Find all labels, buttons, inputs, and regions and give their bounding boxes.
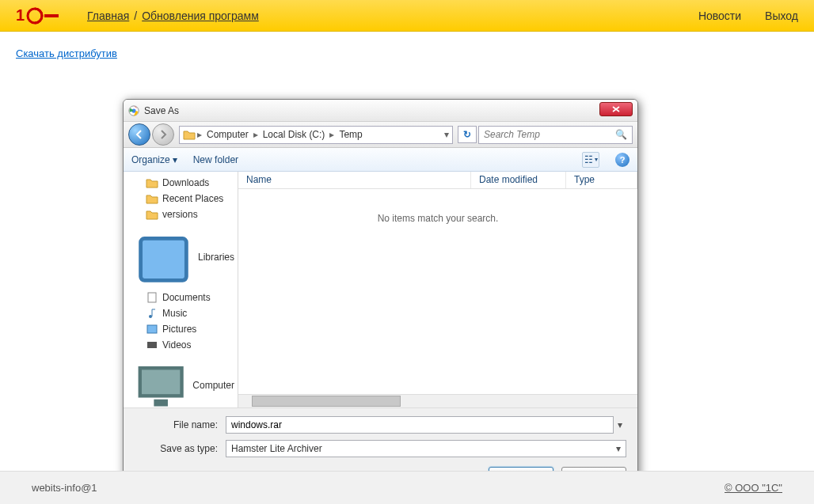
download-distrib-link[interactable]: Скачать дистрибутив: [16, 47, 117, 59]
crumb-home[interactable]: Главная: [87, 9, 129, 22]
svg-rect-2: [44, 14, 59, 17]
page-body: Скачать дистрибутив: [0, 32, 814, 59]
page-header: 1 Главная / Обновления программ Новости …: [0, 0, 814, 32]
svg-text:1: 1: [16, 6, 25, 24]
breadcrumb: Главная / Обновления программ: [87, 9, 698, 22]
nav-news[interactable]: Новости: [698, 9, 741, 22]
crumb-updates[interactable]: Обновления программ: [142, 9, 259, 22]
logo-1c: 1: [16, 6, 63, 25]
nav-exit[interactable]: Выход: [765, 9, 798, 22]
header-links: Новости Выход: [698, 9, 798, 22]
crumb-sep: /: [134, 9, 137, 22]
